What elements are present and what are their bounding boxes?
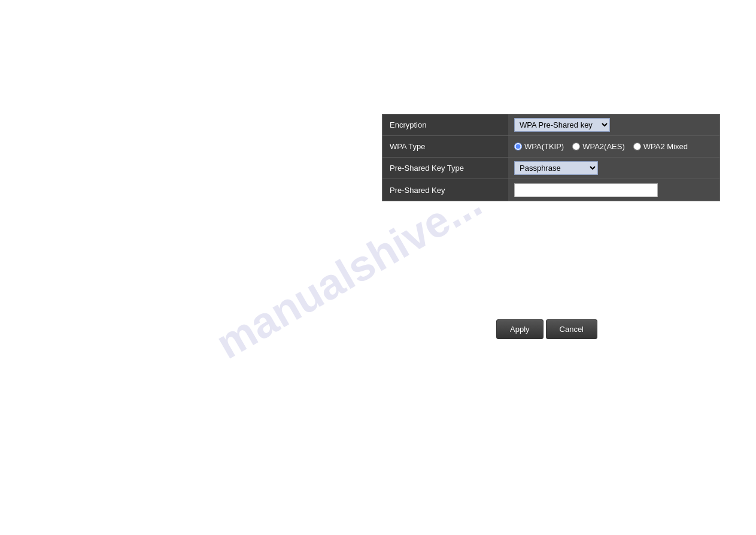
wpa-type-row: WPA Type WPA(TKIP) WPA2(AES) WPA2 Mixed: [382, 136, 719, 158]
wpa-type-content: WPA(TKIP) WPA2(AES) WPA2 Mixed: [508, 138, 719, 155]
pre-shared-key-type-label: Pre-Shared Key Type: [382, 158, 508, 179]
wpa2-aes-radio[interactable]: [572, 143, 580, 150]
cancel-button[interactable]: Cancel: [546, 319, 597, 339]
pre-shared-key-row: Pre-Shared Key: [382, 179, 719, 201]
wpa2-mixed-radio[interactable]: [633, 143, 641, 150]
wpa-tkip-label: WPA(TKIP): [524, 142, 564, 151]
encryption-select[interactable]: WPA Pre-Shared key WEP None: [514, 118, 610, 132]
wpa2-mixed-option[interactable]: WPA2 Mixed: [633, 142, 688, 151]
wpa-tkip-radio[interactable]: [514, 143, 522, 150]
wpa-tkip-option[interactable]: WPA(TKIP): [514, 142, 564, 151]
wpa-type-label: WPA Type: [382, 136, 508, 157]
wpa2-aes-option[interactable]: WPA2(AES): [572, 142, 625, 151]
pre-shared-key-type-row: Pre-Shared Key Type Passphrase Hex: [382, 158, 719, 179]
apply-button[interactable]: Apply: [496, 319, 544, 339]
action-buttons: Apply Cancel: [496, 319, 597, 339]
pre-shared-key-type-content: Passphrase Hex: [508, 158, 719, 179]
settings-panel: Encryption WPA Pre-Shared key WEP None W…: [382, 114, 720, 201]
wpa2-aes-label: WPA2(AES): [582, 142, 625, 151]
pre-shared-key-content: [508, 180, 719, 201]
pre-shared-key-label: Pre-Shared Key: [382, 179, 508, 201]
encryption-label: Encryption: [382, 114, 508, 135]
wpa-type-radio-group: WPA(TKIP) WPA2(AES) WPA2 Mixed: [514, 142, 688, 151]
wpa2-mixed-label: WPA2 Mixed: [643, 142, 688, 151]
encryption-content: WPA Pre-Shared key WEP None: [508, 114, 719, 135]
key-type-select[interactable]: Passphrase Hex: [514, 161, 598, 175]
pre-shared-key-input[interactable]: [514, 183, 658, 197]
watermark: manualshive...: [208, 177, 490, 368]
encryption-row: Encryption WPA Pre-Shared key WEP None: [382, 114, 719, 136]
